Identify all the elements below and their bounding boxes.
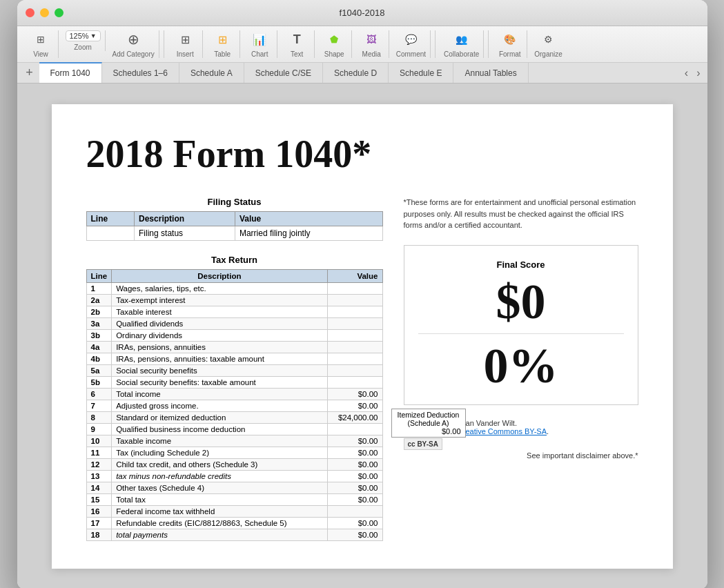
table-label: Table [214,50,231,58]
tax-row-desc: Total tax [112,494,327,506]
tax-row-desc: tax minus non-refundable credits [112,471,327,482]
tax-header-line: Line [86,270,112,283]
tax-row-value [327,318,382,330]
maximize-button[interactable] [55,8,63,17]
table-button[interactable]: ⊞ [211,30,233,48]
tax-row-line: 14 [86,482,112,494]
shape-button[interactable]: ⬟ [323,30,345,48]
tax-row-desc: Federal income tax withheld [112,506,327,518]
tab-add-button[interactable]: + [20,63,39,83]
media-icon: 🖼 [363,32,380,46]
page-content: Filing Status Line Description Value [86,197,638,541]
tax-return-table: Line Description Value 1Wages, salaries,… [86,269,383,541]
collaborate-button[interactable]: 👥 [451,30,473,48]
text-button[interactable]: T [286,30,308,48]
tax-row-value [327,377,382,389]
tax-row-value [327,506,382,518]
table-row: 3aQualified dividends [86,318,382,330]
tax-row-line: 16 [86,506,112,518]
app-window: f1040-2018 ⊞ View 125% ▼ Zoom [17,0,707,588]
organize-label: Organize [534,50,562,58]
final-score-percent: 0% [418,341,624,391]
tax-row-desc: Total income [112,389,327,400]
copyright-badge-row: cc BY-SA [404,438,638,450]
chart-button[interactable]: 📊 [248,30,271,48]
add-category-button[interactable]: ⊕ [122,30,144,48]
table-row: 14Other taxes (Schedule 4)$0.00 [86,482,382,494]
insert-button[interactable]: ⊞ [174,30,196,48]
tax-row-line: 4a [86,342,112,353]
tab-schedule-e[interactable]: Schedule E [389,63,453,83]
itemized-label1: Itemized Deduction [392,411,465,419]
tax-row-line: 8 [86,412,112,424]
tab-schedule-a[interactable]: Schedule A [179,63,244,83]
tax-row-value: $0.00 [327,482,382,494]
titlebar: f1040-2018 [17,0,707,26]
tax-row-line: 12 [86,459,112,471]
chart-icon: 📊 [251,32,268,46]
toolbar-media-group: 🖼 Media [355,30,389,58]
zoom-display[interactable]: 125% ▼ [66,30,101,41]
zoom-label: Zoom [74,43,92,51]
view-button[interactable]: ⊞ [30,30,52,48]
tab-schedules16[interactable]: Schedules 1–6 [102,63,179,83]
tax-row-line: 2a [86,295,112,306]
tab-schedule-cse[interactable]: Schedule C/SE [244,63,323,83]
tax-row-desc: IRAs, pensions, annuities [112,342,327,353]
toolbar-table-group: ⊞ Table [206,30,240,58]
table-row: 15Total tax$0.00 [86,494,382,506]
tax-return-title: Tax Return [86,255,383,265]
tab-annual-tables[interactable]: Annual Tables [453,63,528,83]
itemized-value: $0.00 [392,427,465,435]
table-row: 10Taxable income$0.00 [86,435,382,447]
comment-button[interactable]: 💬 [400,30,422,48]
left-column: Filing Status Line Description Value [86,197,383,541]
tab-schedule-d[interactable]: Schedule D [323,63,389,83]
table-row: 17Refundable credits (EIC/8812/8863, Sch… [86,518,382,529]
tax-row-line: 13 [86,471,112,482]
toolbar-organize-group: ⚙ Organize [530,30,567,58]
tab-navigation: ‹ › [681,63,705,83]
table-row: 1Wages, salaries, tips, etc. [86,283,382,295]
tax-row-value: $0.00 [327,494,382,506]
organize-icon: ⚙ [540,32,557,46]
tab-prev-button[interactable]: ‹ [681,67,692,79]
close-button[interactable] [26,8,35,17]
tax-row-value: $0.00 [327,389,382,400]
organize-button[interactable]: ⚙ [538,30,560,48]
tax-row-desc: Social security benefits: taxable amount [112,377,327,389]
format-button[interactable]: 🎨 [499,30,521,48]
toolbar-view-group: ⊞ View [24,30,59,58]
table-row: 11Tax (including Schedule 2)$0.00 [86,447,382,459]
tax-row-desc: Qualified dividends [112,318,327,330]
tax-row-value [327,306,382,318]
tax-row-line: 5b [86,377,112,389]
media-label: Media [362,50,381,58]
tab-form1040[interactable]: Form 1040 [39,62,102,83]
add-category-label: Add Category [112,50,155,58]
table-row: 9Qualified business income deduction [86,424,382,435]
tax-row-line: 5a [86,365,112,377]
view-label: View [33,50,48,58]
tax-row-value [327,295,382,306]
tabbar: + Form 1040 Schedules 1–6 Schedule A Sch… [17,63,707,84]
toolbar-collaborate-group: 👥 Collaborate [440,30,484,58]
tab-next-button[interactable]: › [692,67,704,79]
tax-row-line: 17 [86,518,112,529]
tax-row-desc: Other taxes (Schedule 4) [112,482,327,494]
filing-value: Married filing jointly [235,226,382,241]
toolbar-chart-group: 📊 Chart [243,30,277,58]
tax-table-container: Line Description Value 1Wages, salaries,… [86,269,383,541]
tax-row-line: 11 [86,447,112,459]
tax-row-line: 9 [86,424,112,435]
tax-row-line: 2b [86,306,112,318]
tax-row-value: $0.00 [327,400,382,412]
format-icon: 🎨 [502,32,518,46]
format-label: Format [499,50,521,58]
creative-commons-link[interactable]: Creative Commons BY-SA [458,427,547,435]
minimize-button[interactable] [40,8,49,17]
media-button[interactable]: 🖼 [360,30,382,48]
tax-row-desc: IRAs, pensions, annuities: taxable amoun… [112,353,327,365]
tax-row-line: 3a [86,318,112,330]
tax-row-value [327,424,382,435]
